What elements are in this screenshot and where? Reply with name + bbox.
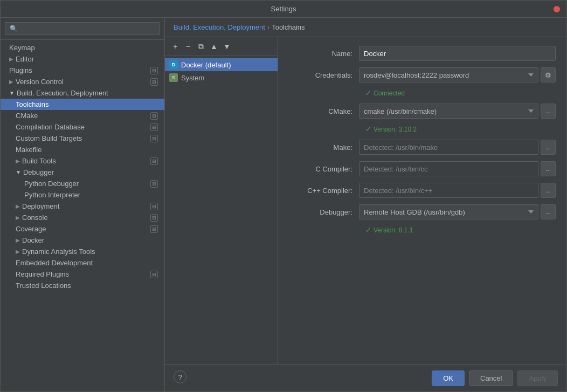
c-compiler-field-row: C Compiler: ... [289,161,556,176]
make-label: Make: [289,143,359,152]
sidebar-item-required-plugins[interactable]: Required Plugins ⊞ [1,269,164,280]
debugger-version-row: ✓ Version: 8.1.1 [289,226,556,234]
sidebar-item-label: Coverage [16,225,46,233]
name-field-row: Name: [289,46,556,61]
sidebar-item-label: Required Plugins [16,270,69,278]
move-up-button[interactable]: ▲ [208,40,220,52]
name-input[interactable] [359,46,556,61]
sidebar-item-coverage[interactable]: Coverage ⊞ [1,223,164,235]
sidebar-item-dynamic-analysis[interactable]: ▶ Dynamic Analysis Tools [1,246,164,257]
sidebar-item-cmake[interactable]: CMake ⊞ [1,110,164,121]
docker-toolchain-icon: D [169,60,178,69]
sidebar-item-label: Build, Execution, Deployment [17,89,108,97]
sidebar-item-label: Version Control [16,78,64,86]
toolchains-area: + − ⧉ ▲ ▼ D Docker (default) [165,37,566,365]
toolchain-item-docker[interactable]: D Docker (default) [165,58,278,71]
breadcrumb-sep: › [267,23,269,31]
sidebar-item-version-control[interactable]: ▶ Version Control ⊞ [1,76,164,87]
check-icon: ✓ [365,89,371,97]
help-button[interactable]: ? [174,370,186,383]
toolchain-item-label: Docker (default) [181,61,231,69]
nav-list: Keymap ▶ Editor Plugins ⊞ ▶ Version Cont… [1,40,164,391]
ok-button[interactable]: OK [432,370,465,386]
sidebar-item-build-tools[interactable]: ▶ Build Tools ⊞ [1,155,164,167]
title-bar: Settings [1,1,566,18]
search-box [1,18,164,40]
breadcrumb-link[interactable]: Build, Execution, Deployment [174,23,265,31]
sidebar-item-toolchains[interactable]: Toolchains [1,99,164,110]
debugger-browse-button[interactable]: ... [541,204,556,219]
expand-arrow-build: ▼ [9,90,15,96]
apply-button[interactable]: Apply [517,370,558,386]
sidebar-item-label: Embedded Development [16,259,93,267]
close-button[interactable] [554,6,560,12]
debugger-label: Debugger: [289,208,359,216]
sidebar-item-console[interactable]: ▶ Console ⊞ [1,212,164,223]
sidebar-item-embedded[interactable]: Embedded Development [1,257,164,269]
breadcrumb-current: Toolchains [272,23,305,31]
plugins-badge: ⊞ [150,67,158,74]
sidebar-item-debugger[interactable]: ▼ Debugger [1,167,164,178]
toolchain-item-system[interactable]: S System [165,71,278,84]
sidebar-item-label: CMake [16,112,38,120]
credentials-field-value: rosdev@localhost:2222 password ⚙ [359,67,556,82]
make-field-value: ... [359,140,556,155]
cmake-version-row: ✓ Version: 3.10.2 [289,125,556,133]
sidebar-item-label: Deployment [22,202,59,210]
sidebar-item-custom-build-targets[interactable]: Custom Build Targets ⊞ [1,133,164,144]
sidebar-item-python-interpreter[interactable]: Python Interpreter [1,189,164,201]
move-down-button[interactable]: ▼ [221,40,233,52]
expand-arrow-editor: ▶ [9,56,13,62]
settings-dialog: Settings Keymap ▶ Editor Plugins [0,0,567,392]
breadcrumb: Build, Execution, Deployment › Toolchain… [165,18,566,37]
cpp-compiler-browse-button[interactable]: ... [541,183,556,198]
credentials-field-row: Credentials: rosdev@localhost:2222 passw… [289,67,556,82]
cancel-button[interactable]: Cancel [469,370,513,386]
cmake-dropdown[interactable]: cmake (/usr/bin/cmake) [359,104,538,119]
sidebar-item-label: Dynamic Analysis Tools [22,247,95,256]
make-browse-button[interactable]: ... [541,140,556,155]
sidebar-item-plugins[interactable]: Plugins ⊞ [1,65,164,76]
debugger-field-value: Remote Host GDB (/usr/bin/gdb) ... [359,204,556,219]
sidebar-item-label: Trusted Locations [16,281,71,290]
connected-status: ✓ Connected [365,89,405,97]
c-compiler-browse-button[interactable]: ... [541,161,556,176]
credentials-dropdown[interactable]: rosdev@localhost:2222 password [359,67,538,82]
sidebar-item-keymap[interactable]: Keymap [1,42,164,53]
expand-arrow-dbg: ▼ [16,169,21,175]
cmake-version-status: ✓ Version: 3.10.2 [365,125,417,133]
sidebar-item-trusted-locations[interactable]: Trusted Locations [1,280,164,291]
toolchain-item-label: System [181,74,204,82]
copy-toolchain-button[interactable]: ⧉ [195,40,207,52]
add-toolchain-button[interactable]: + [169,40,181,52]
expand-arrow-dock: ▶ [16,237,20,243]
toolchain-detail: Name: Credentials: rosdev@localhost:2222… [278,37,566,365]
connected-status-row: ✓ Connected [289,89,556,97]
cmake-badge: ⊞ [150,112,158,120]
bottom-bar: ? OK Cancel Apply [165,365,566,391]
sidebar-item-makefile[interactable]: Makefile [1,144,164,155]
cpp-compiler-label: C++ Compiler: [289,187,359,195]
sidebar-item-build-execution[interactable]: ▼ Build, Execution, Deployment [1,87,164,99]
sidebar-item-deployment[interactable]: ▶ Deployment ⊞ [1,201,164,212]
pd-badge: ⊞ [150,180,158,188]
sidebar-item-label: Python Interpreter [24,191,80,199]
debugger-dropdown[interactable]: Remote Host GDB (/usr/bin/gdb) [359,204,538,219]
name-field-value [359,46,556,61]
search-input[interactable] [5,22,160,35]
cpp-compiler-field-row: C++ Compiler: ... [289,183,556,198]
sidebar-item-compilation-database[interactable]: Compilation Database ⊞ [1,121,164,133]
sidebar-item-python-debugger[interactable]: Python Debugger ⊞ [1,178,164,189]
make-input [359,140,538,155]
remove-toolchain-button[interactable]: − [182,40,194,52]
sidebar: Keymap ▶ Editor Plugins ⊞ ▶ Version Cont… [1,18,165,391]
toolchain-toolbar: + − ⧉ ▲ ▼ [165,37,278,56]
cmake-label: CMake: [289,107,359,115]
credentials-settings-button[interactable]: ⚙ [541,67,556,82]
sidebar-item-editor[interactable]: ▶ Editor [1,53,164,65]
cpp-compiler-field-value: ... [359,183,556,198]
sidebar-item-docker[interactable]: ▶ Docker [1,235,164,246]
cmake-browse-button[interactable]: ... [541,104,556,119]
credentials-label: Credentials: [289,71,359,79]
cd-badge: ⊞ [150,123,158,131]
